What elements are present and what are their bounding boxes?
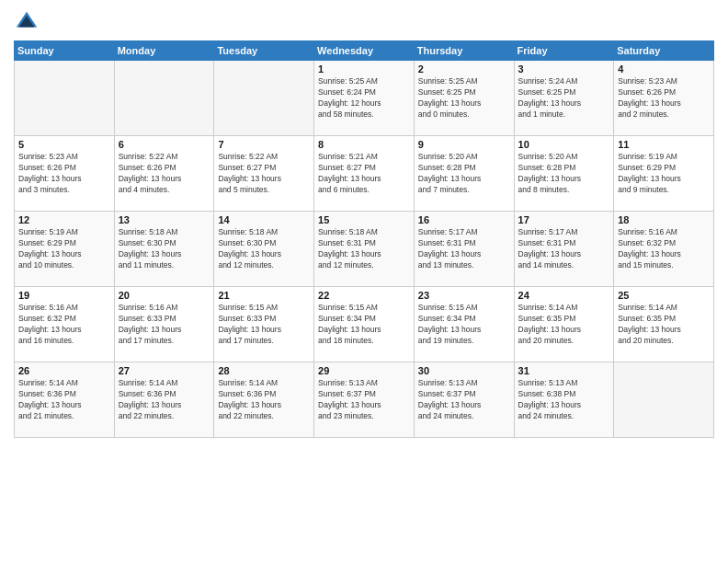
- day-info: Sunrise: 5:15 AMSunset: 6:33 PMDaylight:…: [218, 303, 310, 347]
- weekday-row: SundayMondayTuesdayWednesdayThursdayFrid…: [15, 41, 714, 61]
- day-info: Sunrise: 5:17 AMSunset: 6:31 PMDaylight:…: [418, 227, 510, 271]
- day-cell: 29Sunrise: 5:13 AMSunset: 6:37 PMDayligh…: [314, 362, 415, 438]
- day-cell: [214, 61, 314, 136]
- week-row-2: 5Sunrise: 5:23 AMSunset: 6:26 PMDaylight…: [15, 136, 714, 212]
- day-number: 25: [618, 290, 710, 301]
- day-cell: [15, 61, 115, 136]
- day-cell: 25Sunrise: 5:14 AMSunset: 6:35 PMDayligh…: [614, 287, 714, 362]
- calendar-body: 1Sunrise: 5:25 AMSunset: 6:24 PMDaylight…: [15, 61, 714, 438]
- day-cell: 19Sunrise: 5:16 AMSunset: 6:32 PMDayligh…: [15, 287, 115, 362]
- day-info: Sunrise: 5:25 AMSunset: 6:25 PMDaylight:…: [418, 76, 510, 121]
- day-info: Sunrise: 5:24 AMSunset: 6:25 PMDaylight:…: [518, 76, 610, 121]
- day-number: 16: [418, 214, 510, 225]
- day-info: Sunrise: 5:15 AMSunset: 6:34 PMDaylight:…: [418, 303, 510, 347]
- day-cell: 26Sunrise: 5:14 AMSunset: 6:36 PMDayligh…: [15, 362, 115, 438]
- day-number: 4: [618, 63, 710, 75]
- day-number: 9: [418, 139, 510, 150]
- day-cell: 11Sunrise: 5:19 AMSunset: 6:29 PMDayligh…: [614, 136, 714, 212]
- day-cell: 21Sunrise: 5:15 AMSunset: 6:33 PMDayligh…: [214, 287, 314, 362]
- day-info: Sunrise: 5:15 AMSunset: 6:34 PMDaylight:…: [318, 303, 410, 347]
- day-info: Sunrise: 5:13 AMSunset: 6:38 PMDaylight:…: [518, 378, 610, 422]
- day-info: Sunrise: 5:25 AMSunset: 6:24 PMDaylight:…: [318, 76, 410, 121]
- day-number: 28: [218, 365, 310, 376]
- day-number: 17: [518, 214, 610, 225]
- week-row-4: 19Sunrise: 5:16 AMSunset: 6:32 PMDayligh…: [15, 287, 714, 362]
- weekday-header-saturday: Saturday: [614, 41, 714, 61]
- day-cell: 22Sunrise: 5:15 AMSunset: 6:34 PMDayligh…: [314, 287, 415, 362]
- week-row-3: 12Sunrise: 5:19 AMSunset: 6:29 PMDayligh…: [15, 212, 714, 287]
- day-info: Sunrise: 5:13 AMSunset: 6:37 PMDaylight:…: [418, 378, 510, 422]
- day-info: Sunrise: 5:19 AMSunset: 6:29 PMDaylight:…: [18, 227, 110, 271]
- day-cell: 10Sunrise: 5:20 AMSunset: 6:28 PMDayligh…: [514, 136, 614, 212]
- day-number: 13: [119, 214, 210, 225]
- day-info: Sunrise: 5:13 AMSunset: 6:37 PMDaylight:…: [318, 378, 410, 422]
- day-number: 6: [119, 139, 210, 150]
- weekday-header-monday: Monday: [114, 41, 214, 61]
- day-number: 29: [318, 365, 410, 376]
- day-number: 11: [618, 139, 710, 150]
- day-number: 12: [18, 214, 110, 225]
- weekday-header-tuesday: Tuesday: [214, 41, 314, 61]
- weekday-header-thursday: Thursday: [414, 41, 514, 61]
- day-cell: [614, 362, 714, 438]
- day-cell: 14Sunrise: 5:18 AMSunset: 6:30 PMDayligh…: [214, 212, 314, 287]
- day-number: 15: [318, 214, 410, 225]
- day-number: 27: [119, 365, 210, 376]
- day-number: 5: [18, 139, 110, 150]
- day-cell: 1Sunrise: 5:25 AMSunset: 6:24 PMDaylight…: [314, 61, 415, 136]
- day-cell: 13Sunrise: 5:18 AMSunset: 6:30 PMDayligh…: [114, 212, 214, 287]
- day-cell: 20Sunrise: 5:16 AMSunset: 6:33 PMDayligh…: [114, 287, 214, 362]
- day-info: Sunrise: 5:16 AMSunset: 6:32 PMDaylight:…: [618, 227, 710, 271]
- day-number: 8: [318, 139, 410, 150]
- day-info: Sunrise: 5:16 AMSunset: 6:32 PMDaylight:…: [18, 303, 110, 347]
- day-cell: 18Sunrise: 5:16 AMSunset: 6:32 PMDayligh…: [614, 212, 714, 287]
- header: [14, 9, 714, 35]
- day-cell: 7Sunrise: 5:22 AMSunset: 6:27 PMDaylight…: [214, 136, 314, 212]
- day-info: Sunrise: 5:17 AMSunset: 6:31 PMDaylight:…: [518, 227, 610, 271]
- week-row-5: 26Sunrise: 5:14 AMSunset: 6:36 PMDayligh…: [15, 362, 714, 438]
- logo-icon: [14, 9, 40, 35]
- week-row-1: 1Sunrise: 5:25 AMSunset: 6:24 PMDaylight…: [15, 61, 714, 136]
- day-cell: 30Sunrise: 5:13 AMSunset: 6:37 PMDayligh…: [414, 362, 514, 438]
- day-cell: 6Sunrise: 5:22 AMSunset: 6:26 PMDaylight…: [114, 136, 214, 212]
- day-info: Sunrise: 5:23 AMSunset: 6:26 PMDaylight:…: [18, 152, 110, 196]
- day-number: 26: [18, 365, 110, 376]
- day-info: Sunrise: 5:23 AMSunset: 6:26 PMDaylight:…: [618, 76, 710, 121]
- day-cell: 9Sunrise: 5:20 AMSunset: 6:28 PMDaylight…: [414, 136, 514, 212]
- day-cell: 8Sunrise: 5:21 AMSunset: 6:27 PMDaylight…: [314, 136, 415, 212]
- day-number: 3: [518, 63, 610, 75]
- day-number: 21: [218, 290, 310, 301]
- calendar-header: SundayMondayTuesdayWednesdayThursdayFrid…: [15, 41, 714, 61]
- day-number: 19: [18, 290, 110, 301]
- day-info: Sunrise: 5:18 AMSunset: 6:30 PMDaylight:…: [218, 227, 310, 271]
- day-cell: 23Sunrise: 5:15 AMSunset: 6:34 PMDayligh…: [414, 287, 514, 362]
- page: SundayMondayTuesdayWednesdayThursdayFrid…: [0, 0, 728, 563]
- day-info: Sunrise: 5:21 AMSunset: 6:27 PMDaylight:…: [318, 152, 410, 196]
- day-info: Sunrise: 5:14 AMSunset: 6:36 PMDaylight:…: [119, 378, 210, 422]
- day-cell: 3Sunrise: 5:24 AMSunset: 6:25 PMDaylight…: [514, 61, 614, 136]
- day-cell: 5Sunrise: 5:23 AMSunset: 6:26 PMDaylight…: [15, 136, 115, 212]
- day-number: 23: [418, 290, 510, 301]
- day-info: Sunrise: 5:14 AMSunset: 6:36 PMDaylight:…: [218, 378, 310, 422]
- day-info: Sunrise: 5:22 AMSunset: 6:27 PMDaylight:…: [218, 152, 310, 196]
- day-info: Sunrise: 5:22 AMSunset: 6:26 PMDaylight:…: [119, 152, 210, 196]
- day-info: Sunrise: 5:14 AMSunset: 6:35 PMDaylight:…: [518, 303, 610, 347]
- day-cell: 27Sunrise: 5:14 AMSunset: 6:36 PMDayligh…: [114, 362, 214, 438]
- day-number: 24: [518, 290, 610, 301]
- day-info: Sunrise: 5:18 AMSunset: 6:30 PMDaylight:…: [119, 227, 210, 271]
- day-cell: 2Sunrise: 5:25 AMSunset: 6:25 PMDaylight…: [414, 61, 514, 136]
- logo: [14, 9, 41, 35]
- day-number: 20: [119, 290, 210, 301]
- day-cell: 17Sunrise: 5:17 AMSunset: 6:31 PMDayligh…: [514, 212, 614, 287]
- day-number: 22: [318, 290, 410, 301]
- day-info: Sunrise: 5:20 AMSunset: 6:28 PMDaylight:…: [518, 152, 610, 196]
- day-cell: 24Sunrise: 5:14 AMSunset: 6:35 PMDayligh…: [514, 287, 614, 362]
- day-info: Sunrise: 5:20 AMSunset: 6:28 PMDaylight:…: [418, 152, 510, 196]
- day-cell: 31Sunrise: 5:13 AMSunset: 6:38 PMDayligh…: [514, 362, 614, 438]
- calendar: SundayMondayTuesdayWednesdayThursdayFrid…: [14, 40, 714, 438]
- weekday-header-friday: Friday: [514, 41, 614, 61]
- day-cell: 28Sunrise: 5:14 AMSunset: 6:36 PMDayligh…: [214, 362, 314, 438]
- day-cell: 16Sunrise: 5:17 AMSunset: 6:31 PMDayligh…: [414, 212, 514, 287]
- weekday-header-sunday: Sunday: [15, 41, 115, 61]
- day-cell: 12Sunrise: 5:19 AMSunset: 6:29 PMDayligh…: [15, 212, 115, 287]
